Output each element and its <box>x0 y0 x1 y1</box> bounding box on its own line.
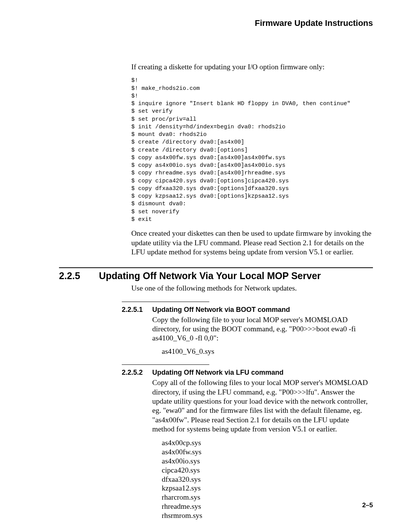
subsection-title: Updating Off Network via BOOT command <box>152 306 290 314</box>
file-list-item: cipca420.sys <box>162 466 373 475</box>
section-2-2-5-intro: Use one of the following methods for Net… <box>131 284 373 293</box>
file-list-item: as4x00fw.sys <box>162 447 373 457</box>
file-list-item: kzpsaa12.sys <box>162 484 373 493</box>
after-code-paragraph: Once created your diskettes can then be … <box>131 229 373 257</box>
file-list: as4x00cp.sysas4x00fw.sysas4x00io.syscipc… <box>162 438 373 520</box>
subsection-divider <box>122 364 209 365</box>
section-divider <box>59 267 373 268</box>
file-list-item: rharcrom.sys <box>162 493 373 502</box>
file-list-item: rhsrmrom.sys <box>162 511 373 520</box>
subsection-2-2-5-1-file: as4100_V6_0.sys <box>162 347 373 356</box>
section-heading-2-2-5: 2.2.5 Updating Off Network Via Your Loca… <box>59 270 373 281</box>
subsection-title: Updating Off Network via LFU command <box>152 369 284 377</box>
intro-paragraph: If creating a diskette for updating your… <box>131 62 373 72</box>
subsection-heading-2-2-5-2: 2.2.5.2 Updating Off Network via LFU com… <box>122 369 373 377</box>
subsection-number: 2.2.5.1 <box>122 306 152 314</box>
subsection-2-2-5-2-para: Copy all of the following files to your … <box>152 378 373 434</box>
page-number: 2–5 <box>362 502 373 509</box>
section-number: 2.2.5 <box>59 270 99 281</box>
subsection-2-2-5-1-para: Copy the following file to your local MO… <box>152 315 373 343</box>
subsection-heading-2-2-5-1: 2.2.5.1 Updating Off Network via BOOT co… <box>122 306 373 314</box>
section-title: Updating Off Network Via Your Local MOP … <box>99 270 321 281</box>
file-list-item: dfxaa320.sys <box>162 475 373 484</box>
file-list-item: rhreadme.sys <box>162 502 373 511</box>
file-list-item: as4x00cp.sys <box>162 438 373 447</box>
code-block: $! $! make_rhods2io.com $! $ inquire ign… <box>131 77 373 224</box>
running-header: Firmware Update Instructions <box>38 18 373 28</box>
subsection-number: 2.2.5.2 <box>122 369 152 377</box>
file-list-item: as4x00io.sys <box>162 457 373 466</box>
subsection-divider <box>122 302 209 302</box>
